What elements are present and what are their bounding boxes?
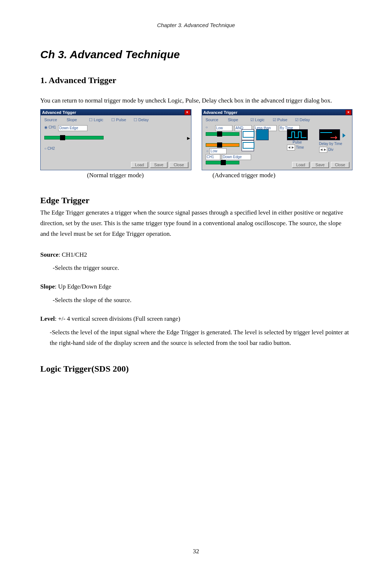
svg-rect-1 — [320, 130, 340, 140]
save-button[interactable]: Save — [311, 162, 329, 168]
section-1-intro: You can return to normal trigger mode by… — [40, 96, 352, 106]
level-desc: -Selects the level of the input signal w… — [40, 327, 352, 349]
logic-pane — [242, 129, 254, 140]
slope-label: Slope — [67, 118, 87, 122]
save-button[interactable]: Save — [150, 162, 167, 168]
logic-checkbox[interactable]: Logic — [89, 118, 109, 122]
advanced-trigger-screenshot: Advanced Trigger × Source Slope Logic Pu… — [202, 109, 353, 170]
logic-trigger-title: Logic Trigger(SDS 200) — [40, 364, 352, 374]
level-line: Level: +/- 4 vertical screen divisions (… — [40, 314, 352, 324]
time-stepper-group: ◀▶ Time — [287, 145, 304, 150]
fig1-caption: (Normal trigger mode) — [40, 172, 191, 179]
slope-desc: -Selects the slope of the source. — [40, 295, 352, 306]
delay-checkbox[interactable]: Delay — [134, 118, 154, 122]
low-select[interactable]: Low — [215, 125, 232, 131]
window-titlebar: Advanced Trigger × — [202, 109, 352, 115]
level-label: Level — [40, 315, 55, 322]
logic-pane2 — [256, 129, 269, 140]
ch1-radio[interactable] — [206, 125, 213, 131]
source-label: Source — [40, 251, 59, 258]
pulse-checkbox[interactable]: Pulse — [111, 118, 131, 122]
delay-by-time-label: Delay by Time — [319, 142, 342, 146]
ch2-slider-thumb[interactable] — [217, 142, 222, 148]
delay-wave-panel — [319, 129, 340, 140]
bottom-slider-thumb[interactable] — [221, 160, 226, 165]
load-button[interactable]: Load — [292, 162, 309, 168]
source-label: Source — [206, 118, 226, 122]
low-select-2[interactable]: Low — [209, 148, 227, 154]
ch1-slider-thumb[interactable] — [217, 131, 222, 137]
pulse-sublabel: Pulse — [293, 140, 302, 144]
div-stepper-group: ◀▶ Div — [319, 147, 334, 153]
source-label: Source — [44, 118, 64, 122]
ch1-slider-thumb[interactable] — [60, 135, 65, 140]
chapter-title: Ch 3. Advanced Technique — [40, 48, 352, 61]
window-titlebar: Advanced Trigger × — [41, 109, 191, 115]
slope-line: Slope: Up Edge/Down Edge — [40, 282, 352, 292]
tri-right-icon: ▶ — [187, 136, 190, 141]
fig2-caption: (Advanced trigger mode) — [202, 172, 352, 179]
source-desc: -Selects the trigger source. — [40, 263, 352, 274]
window-title: Advanced Trigger — [42, 110, 76, 115]
tri-right-icon — [343, 133, 346, 138]
time-label: Time — [296, 145, 304, 149]
normal-trigger-screenshot: Advanced Trigger × Source Slope Logic Pu… — [40, 109, 191, 170]
ch2-radio[interactable] — [206, 149, 210, 153]
div-label: Div — [328, 147, 333, 151]
window-title: Advanced Trigger — [204, 110, 238, 115]
svg-rect-0 — [287, 130, 307, 140]
logic-checkbox[interactable]: Logic — [250, 118, 270, 122]
close-button[interactable]: Close — [331, 162, 349, 168]
source-line: Source: CH1/CH2 — [40, 250, 352, 260]
delay-checkbox[interactable]: Delay — [295, 118, 315, 122]
section-1-title: 1. Advanced Trigger — [40, 75, 352, 85]
slope-label: Slope — [40, 283, 55, 290]
div-stepper[interactable]: ◀▶ — [319, 147, 327, 153]
load-button[interactable]: Load — [131, 162, 148, 168]
pulse-wave-panel — [287, 129, 308, 140]
ch1-select[interactable]: CH1 — [206, 154, 220, 160]
edge-trigger-paragraph: The Edge Trigger generates a trigger whe… — [40, 208, 352, 239]
close-icon[interactable]: × — [346, 110, 351, 115]
pulse-checkbox[interactable]: Pulse — [273, 118, 293, 122]
ch2-radio[interactable]: CH2 — [44, 146, 55, 150]
close-icon[interactable]: × — [184, 110, 190, 115]
time-stepper[interactable]: ◀▶ — [287, 145, 295, 150]
logic-pane3 — [242, 140, 254, 151]
slope-label: Slope — [228, 118, 248, 122]
page-number: 32 — [0, 548, 392, 555]
slope-value: : Up Edge/Down Edge — [55, 283, 111, 290]
page-header: Chapter 3. Advanced Technique — [40, 22, 352, 28]
downedge-select[interactable]: Down Edge — [222, 154, 251, 160]
slope-select[interactable]: Down Edge — [58, 125, 87, 131]
ch1-radio[interactable]: CH1 — [44, 125, 56, 131]
close-button[interactable]: Close — [169, 162, 188, 168]
edge-trigger-title: Edge Trigger — [40, 196, 352, 205]
level-value: : +/- 4 vertical screen divisions (Full … — [55, 315, 180, 322]
source-value: : CH1/CH2 — [59, 251, 87, 258]
